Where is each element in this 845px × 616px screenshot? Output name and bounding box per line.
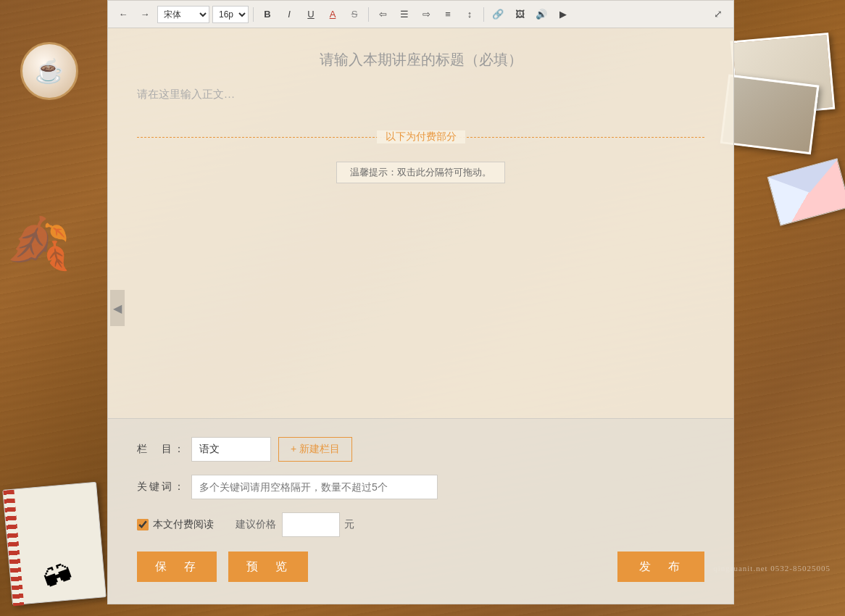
paid-hint-box: 温馨提示：双击此分隔符可拖动。 (336, 162, 505, 183)
nav-arrow-left[interactable]: ◀ (110, 290, 125, 326)
bold-button[interactable]: B (258, 6, 277, 23)
body-placeholder: 请在这里输入正文… (137, 88, 235, 100)
align-justify-button[interactable]: ≡ (438, 6, 457, 23)
category-input[interactable] (191, 437, 271, 462)
price-input[interactable] (282, 512, 340, 537)
preview-button[interactable]: 预 览 (228, 552, 308, 582)
keywords-label: 关键词： (137, 480, 191, 494)
line-height-button[interactable]: ↕ (460, 6, 479, 23)
paid-reading-checkbox[interactable] (137, 519, 149, 530)
paid-reading-label: 本文付费阅读 (153, 518, 214, 531)
toolbar-divider-3 (483, 7, 484, 22)
paid-reading-row: 本文付费阅读 建议价格 元 (137, 512, 704, 537)
align-right-button[interactable]: ⇨ (417, 6, 436, 23)
avatar-decoration (20, 42, 78, 100)
save-button[interactable]: 保 存 (137, 552, 217, 582)
font-select[interactable]: 宋体 (157, 6, 209, 23)
form-area: 栏 目： + 新建栏目 关键词： 本文付费阅读 建议价格 元 保 存 预 览 发… (107, 419, 734, 604)
paid-hint-area: 温馨提示：双击此分隔符可拖动。 (108, 158, 733, 194)
audio-button[interactable]: 🔊 (532, 6, 551, 23)
font-color-button[interactable]: A (323, 6, 342, 23)
undo-button[interactable]: ← (114, 6, 133, 23)
image-button[interactable]: 🖼 (510, 6, 529, 23)
add-category-button[interactable]: + 新建栏目 (278, 437, 352, 462)
title-area[interactable]: 请输入本期讲座的标题（必填） (108, 28, 733, 80)
toolbar-divider-2 (368, 7, 369, 22)
italic-button[interactable]: I (280, 6, 299, 23)
font-size-select[interactable]: 16px (212, 6, 249, 23)
align-center-button[interactable]: ☰ (395, 6, 414, 23)
paid-divider-label: 以下为付费部分 (377, 130, 465, 143)
underline-button[interactable]: U (301, 6, 320, 23)
editor-container: ← → 宋体 16px B I U A S ⇦ ☰ ⇨ ≡ ↕ 🔗 🖼 🔊 ▶ … (107, 0, 734, 604)
category-row: 栏 目： + 新建栏目 (137, 437, 704, 462)
editor-content-area[interactable]: 请输入本期讲座的标题（必填） 请在这里输入正文… 以下为付费部分 温馨提示：双击… (107, 28, 734, 419)
redo-button[interactable]: → (136, 6, 154, 23)
fullscreen-button[interactable]: ⤢ (709, 6, 728, 23)
keywords-input[interactable] (191, 475, 438, 499)
action-row: 保 存 预 览 发 布 (137, 552, 704, 582)
link-button[interactable]: 🔗 (488, 6, 507, 23)
publish-button[interactable]: 发 布 (617, 552, 704, 582)
strikethrough-button[interactable]: S (345, 6, 364, 23)
keywords-row: 关键词： (137, 475, 704, 499)
price-label: 建议价格 (236, 518, 276, 531)
editor-toolbar: ← → 宋体 16px B I U A S ⇦ ☰ ⇨ ≡ ↕ 🔗 🖼 🔊 ▶ … (107, 0, 734, 28)
leaf-decoration (7, 214, 72, 286)
align-left-button[interactable]: ⇦ (373, 6, 392, 23)
body-area[interactable]: 请在这里输入正文… (108, 80, 733, 116)
category-label: 栏 目： (137, 443, 191, 456)
title-placeholder: 请输入本期讲座的标题（必填） (320, 51, 523, 67)
toolbar-divider-1 (253, 7, 254, 22)
video-button[interactable]: ▶ (554, 6, 573, 23)
yuan-label: 元 (344, 518, 354, 531)
paid-divider-area: 以下为付费部分 (108, 116, 733, 158)
